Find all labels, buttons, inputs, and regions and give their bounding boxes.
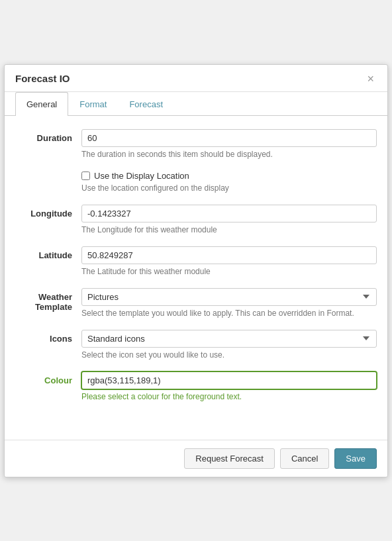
longitude-label: Longitude [15, 205, 81, 219]
request-forecast-button[interactable]: Request Forecast [184, 448, 275, 469]
latitude-control: The Latitude for this weather module [81, 246, 377, 276]
save-button[interactable]: Save [334, 448, 377, 469]
tab-bar: General Format Forecast [5, 92, 387, 116]
display-location-checkbox-label: Use the Display Location [94, 171, 189, 181]
weather-template-row: Weather Template Pictures Detailed Simpl… [15, 288, 377, 318]
latitude-input[interactable] [81, 246, 377, 264]
weather-template-label: Weather Template [15, 288, 81, 312]
colour-input[interactable] [81, 371, 377, 389]
icons-row: Icons Standard icons Flat icons Outlined… [15, 330, 377, 360]
display-location-checkbox[interactable] [81, 172, 90, 180]
display-location-checkbox-row: Use the Display Location [81, 171, 377, 181]
colour-label: Colour [15, 371, 81, 385]
longitude-control: The Longitude for this weather module [81, 205, 377, 234]
duration-input[interactable] [81, 129, 377, 147]
weather-template-control: Pictures Detailed Simple Select the temp… [81, 288, 377, 318]
longitude-input[interactable] [81, 205, 377, 222]
duration-row: Duration The duration in seconds this it… [15, 129, 377, 159]
form-body: Duration The duration in seconds this it… [5, 116, 387, 440]
longitude-row: Longitude The Longitude for this weather… [15, 205, 377, 234]
duration-control: The duration in seconds this item should… [81, 129, 377, 159]
latitude-label: Latitude [15, 246, 81, 260]
longitude-hint: The Longitude for this weather module [81, 225, 377, 234]
cancel-button[interactable]: Cancel [280, 448, 329, 469]
display-location-hint: Use the location configured on the displ… [81, 183, 377, 193]
latitude-row: Latitude The Latitude for this weather m… [15, 246, 377, 276]
duration-label: Duration [15, 129, 81, 143]
dialog-footer: Request Forecast Cancel Save [5, 440, 387, 477]
display-location-control: Use the Display Location Use the locatio… [81, 171, 377, 193]
icons-select[interactable]: Standard icons Flat icons Outlined icons [81, 330, 377, 348]
forecast-io-dialog: Forecast IO × General Format Forecast Du… [4, 64, 388, 477]
weather-template-select[interactable]: Pictures Detailed Simple [81, 288, 377, 306]
display-location-row: Use the Display Location Use the locatio… [15, 171, 377, 193]
duration-hint: The duration in seconds this item should… [81, 150, 377, 159]
colour-row: Colour Please select a colour for the fo… [15, 371, 377, 401]
close-button[interactable]: × [364, 73, 377, 85]
tab-general[interactable]: General [15, 92, 68, 116]
colour-hint: Please select a colour for the foregroun… [81, 392, 377, 401]
dialog-header: Forecast IO × [5, 65, 387, 92]
colour-control: Please select a colour for the foregroun… [81, 371, 377, 401]
weather-template-hint: Select the template you would like to ap… [81, 309, 377, 318]
icons-control: Standard icons Flat icons Outlined icons… [81, 330, 377, 360]
tab-forecast[interactable]: Forecast [118, 92, 174, 116]
icons-label: Icons [15, 330, 81, 344]
icons-hint: Select the icon set you would like to us… [81, 350, 377, 360]
latitude-hint: The Latitude for this weather module [81, 267, 377, 276]
dialog-title: Forecast IO [15, 73, 70, 84]
display-location-label-spacer [15, 171, 81, 175]
tab-format[interactable]: Format [68, 92, 118, 116]
